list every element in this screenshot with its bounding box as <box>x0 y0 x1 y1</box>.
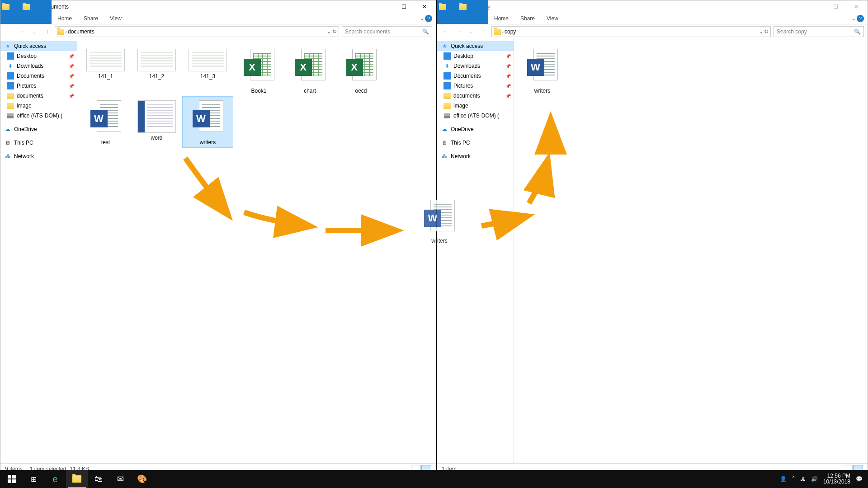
taskbar-mail[interactable]: ✉ <box>109 470 131 488</box>
maximize-button[interactable]: ☐ <box>825 0 846 13</box>
qat-folder-icon[interactable] <box>23 4 30 10</box>
recent-button[interactable]: ⌄ <box>466 27 476 37</box>
tab-view[interactable]: View <box>104 13 127 24</box>
action-center-icon[interactable]: 💬 <box>856 476 863 482</box>
close-button[interactable]: ✕ <box>414 0 435 13</box>
ribbon-expand-icon[interactable]: ⌄ <box>851 15 856 22</box>
address-box[interactable]: › copy ⌄ ↻ <box>491 26 771 37</box>
close-button[interactable]: ✕ <box>846 0 867 13</box>
file-item[interactable]: Wwriters <box>517 45 568 96</box>
crumb-folder-icon <box>494 29 501 35</box>
file-item[interactable]: Xoecd <box>335 45 387 96</box>
cloud-icon: ☁ <box>441 126 448 133</box>
taskbar-clock[interactable]: 12:56 PM 10/13/2018 <box>823 473 850 485</box>
back-button[interactable]: ← <box>4 27 14 37</box>
file-item[interactable]: 141_3 <box>182 45 233 96</box>
titlebar[interactable]: | ▾ | copy ─ ☐ ✕ <box>437 0 868 13</box>
ribbon-expand-icon[interactable]: ⌄ <box>420 15 424 22</box>
nav-folder-documents[interactable]: documents📌 <box>437 91 514 101</box>
file-item[interactable]: Wtest <box>80 96 131 148</box>
recent-button[interactable]: ⌄ <box>29 27 39 37</box>
nav-network[interactable]: 🖧Network <box>437 151 514 161</box>
back-button[interactable]: ← <box>441 27 451 37</box>
help-icon[interactable]: ? <box>857 15 864 22</box>
nav-downloads[interactable]: ⬇Downloads📌 <box>0 61 77 71</box>
nav-quick-access[interactable]: ★Quick access <box>0 41 77 51</box>
nav-pictures[interactable]: Pictures📌 <box>0 81 77 91</box>
address-dropdown-icon[interactable]: ⌄ <box>759 28 763 35</box>
nav-folder-documents[interactable]: documents📌 <box>0 91 77 101</box>
desktop-icon <box>443 52 451 60</box>
tab-file[interactable]: File <box>0 0 52 24</box>
tray-volume-icon[interactable]: 🔊 <box>811 476 818 482</box>
file-item[interactable]: Xchart <box>284 45 335 96</box>
nav-onedrive[interactable]: ☁OneDrive <box>437 124 514 134</box>
tab-home[interactable]: Home <box>52 13 78 24</box>
nav-documents[interactable]: Documents📌 <box>437 71 514 81</box>
search-input[interactable]: Search documents 🔍 <box>342 26 432 37</box>
search-icon[interactable]: 🔍 <box>854 28 861 35</box>
refresh-icon[interactable]: ↻ <box>332 28 337 35</box>
minimize-button[interactable]: ─ <box>373 0 393 13</box>
chevron-right-icon[interactable]: › <box>64 28 68 35</box>
file-item[interactable]: Wwriters <box>182 96 233 148</box>
nav-this-pc[interactable]: 🖥This PC <box>437 138 514 148</box>
breadcrumb-text[interactable]: copy <box>505 28 516 35</box>
address-box[interactable]: › documents ⌄ ↻ <box>55 26 339 37</box>
forward-button[interactable]: → <box>453 27 463 37</box>
start-button[interactable] <box>1 470 23 488</box>
search-input[interactable]: Search copy 🔍 <box>774 26 864 37</box>
up-button[interactable]: ↑ <box>42 27 52 37</box>
nav-network-drive[interactable]: office (\\TS-DOM) ( <box>0 111 77 121</box>
tray-network-icon[interactable]: 🖧 <box>800 476 806 482</box>
tab-share[interactable]: Share <box>78 13 104 24</box>
nav-network-drive[interactable]: office (\\TS-DOM) ( <box>437 111 514 121</box>
svg-rect-7 <box>12 479 16 483</box>
file-list[interactable]: Wwriters <box>514 39 868 463</box>
nav-pictures[interactable]: Pictures📌 <box>437 81 514 91</box>
tab-share[interactable]: Share <box>514 13 541 24</box>
system-tray[interactable]: 👤 ˄ 🖧 🔊 12:56 PM 10/13/2018 💬 <box>775 473 867 485</box>
taskbar-paint[interactable]: 🎨 <box>131 470 153 488</box>
svg-rect-6 <box>8 479 11 483</box>
nav-downloads[interactable]: ⬇Downloads📌 <box>437 61 514 71</box>
nav-desktop[interactable]: Desktop📌 <box>437 51 514 61</box>
nav-desktop[interactable]: Desktop📌 <box>0 51 77 61</box>
nav-this-pc[interactable]: 🖥This PC <box>0 138 77 148</box>
nav-onedrive[interactable]: ☁OneDrive <box>0 124 77 134</box>
search-placeholder: Search documents <box>345 28 390 35</box>
address-dropdown-icon[interactable]: ⌄ <box>327 28 331 35</box>
taskbar-explorer[interactable] <box>66 470 88 488</box>
chevron-right-icon[interactable]: › <box>501 28 505 35</box>
help-icon[interactable]: ? <box>425 15 432 22</box>
nav-documents[interactable]: Documents📌 <box>0 71 77 81</box>
tab-view[interactable]: View <box>541 13 564 24</box>
tab-home[interactable]: Home <box>488 13 514 24</box>
minimize-button[interactable]: ─ <box>804 0 825 13</box>
file-item[interactable]: 141_1 <box>80 45 131 96</box>
qat-folder-icon[interactable] <box>459 4 467 10</box>
file-item[interactable]: XBook1 <box>233 45 284 96</box>
nav-folder-image[interactable]: image <box>437 101 514 111</box>
nav-network[interactable]: 🖧Network <box>0 151 77 161</box>
maximize-button[interactable]: ☐ <box>393 0 414 13</box>
taskbar-store[interactable]: 🛍 <box>88 470 109 488</box>
tray-people-icon[interactable]: 👤 <box>780 476 787 482</box>
search-icon[interactable]: 🔍 <box>422 28 429 35</box>
taskbar-edge[interactable]: e <box>44 470 66 488</box>
titlebar[interactable]: | ▾ | documents ─ ☐ ✕ <box>0 0 436 13</box>
file-item[interactable]: 141_2 <box>131 45 182 96</box>
file-list[interactable]: 141_1141_2141_3XBook1XchartXoecdWtestwor… <box>77 39 436 463</box>
refresh-icon[interactable]: ↻ <box>764 28 769 35</box>
nav-folder-image[interactable]: image <box>0 101 77 111</box>
file-item[interactable]: word <box>131 96 182 148</box>
app-folder-icon <box>439 4 446 10</box>
breadcrumb-text[interactable]: documents <box>68 28 94 35</box>
task-view-button[interactable]: ⊞ <box>23 470 44 488</box>
tab-file[interactable]: File <box>437 0 488 24</box>
taskbar[interactable]: ⊞ e 🛍 ✉ 🎨 👤 ˄ 🖧 🔊 12:56 PM 10/13/2018 💬 <box>0 470 868 488</box>
forward-button[interactable]: → <box>17 27 27 37</box>
nav-quick-access[interactable]: ★Quick access <box>437 41 514 51</box>
tray-overflow-icon[interactable]: ˄ <box>792 476 795 482</box>
up-button[interactable]: ↑ <box>479 27 489 37</box>
